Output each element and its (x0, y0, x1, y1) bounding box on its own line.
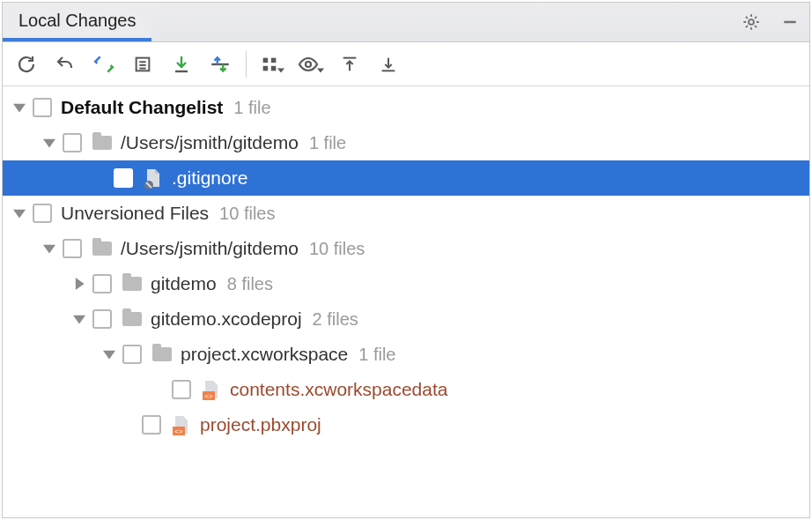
file-count: 10 files (219, 204, 275, 224)
commit-button[interactable] (163, 47, 200, 82)
collapse-icon (379, 55, 398, 74)
svg-marker-22 (43, 139, 55, 148)
svg-marker-16 (317, 68, 324, 72)
file-count: 10 files (309, 239, 365, 259)
refresh-button[interactable] (8, 47, 45, 82)
tab-spacer (151, 3, 732, 41)
folder-icon (121, 308, 144, 331)
svg-marker-27 (76, 278, 85, 290)
shelve-button[interactable] (202, 47, 239, 82)
checkbox[interactable] (114, 168, 133, 188)
file-count: 2 files (313, 309, 358, 330)
folder-name-label: project.xcworkspace (181, 344, 348, 365)
svg-rect-13 (271, 65, 277, 71)
disclosure-triangle[interactable] (40, 133, 59, 152)
folder-name-label: gitdemo (151, 273, 217, 294)
tree-row-folder[interactable]: /Users/jsmith/gitdemo 1 file (3, 125, 809, 160)
folder-path-label: /Users/jsmith/gitdemo (121, 132, 299, 153)
folder-icon (91, 237, 114, 260)
tab-local-changes[interactable]: Local Changes (3, 3, 151, 41)
tree-row-file[interactable]: <> contents.xcworkspacedata (3, 372, 809, 407)
file-count: 8 files (227, 274, 273, 294)
eye-icon (298, 54, 319, 75)
checkbox[interactable] (63, 133, 82, 152)
svg-marker-21 (13, 104, 26, 113)
list-icon (133, 55, 152, 74)
disclosure-triangle[interactable] (10, 204, 29, 223)
folder-name-label: gitdemo.xcodeproj (151, 308, 302, 330)
svg-rect-11 (271, 57, 277, 63)
folder-path-label: /Users/jsmith/gitdemo (121, 238, 299, 259)
commit-icon (171, 54, 192, 75)
file-name-label: project.pbxproj (200, 414, 321, 435)
checkbox[interactable] (142, 415, 161, 435)
svg-point-15 (306, 62, 311, 67)
checkbox[interactable] (172, 380, 191, 399)
tree-row-folder[interactable]: project.xcworkspace 1 file (3, 337, 809, 372)
chevron-down-icon (317, 67, 324, 74)
checkbox[interactable] (92, 274, 112, 293)
tree-row-folder[interactable]: gitdemo 8 files (3, 266, 809, 301)
svg-text:<>: <> (204, 392, 213, 400)
toolbar-separator (246, 51, 247, 78)
svg-marker-14 (277, 68, 284, 72)
tree-row-folder[interactable]: /Users/jsmith/gitdemo 10 files (3, 231, 809, 266)
refresh-icon (16, 54, 37, 75)
expand-icon (340, 55, 359, 74)
tree-row-folder[interactable]: gitdemo.xcodeproj 2 files (3, 301, 809, 337)
svg-marker-25 (13, 210, 26, 219)
svg-point-0 (749, 19, 754, 25)
svg-marker-29 (103, 351, 115, 360)
checkbox[interactable] (92, 309, 112, 329)
tab-bar: Local Changes (3, 3, 809, 42)
file-count: 1 file (233, 98, 270, 118)
disclosure-triangle[interactable] (40, 239, 59, 258)
disclosure-triangle[interactable] (10, 98, 29, 117)
collapse-all-button[interactable] (370, 47, 407, 82)
undo-icon (55, 54, 76, 75)
svg-marker-28 (73, 316, 85, 324)
xml-file-icon: <> (200, 378, 223, 401)
expand-all-button[interactable] (331, 47, 368, 82)
preview-button[interactable] (292, 47, 329, 82)
folder-icon (121, 272, 144, 295)
minimize-icon (781, 13, 799, 31)
file-name-label: .gitignore (172, 167, 247, 189)
disclosure-triangle[interactable] (100, 345, 119, 364)
tree-row-unversioned[interactable]: Unversioned Files 10 files (3, 196, 809, 231)
update-button[interactable] (85, 47, 122, 82)
disclosure-triangle[interactable] (70, 309, 89, 329)
vcs-local-changes-panel: Local Changes (2, 2, 810, 518)
file-count: 1 file (309, 133, 346, 153)
settings-button[interactable] (732, 3, 771, 41)
checkbox[interactable] (33, 98, 52, 117)
file-name-label: contents.xcworkspacedata (230, 379, 447, 400)
minimize-button[interactable] (771, 3, 809, 41)
checkbox[interactable] (63, 239, 82, 258)
tree-row-changelist[interactable]: Default Changelist 1 file (3, 90, 809, 125)
svg-rect-12 (263, 65, 269, 71)
chevron-down-icon (277, 67, 284, 74)
gear-icon (742, 12, 761, 32)
folder-icon (151, 343, 173, 366)
sync-icon (92, 53, 115, 76)
tree-row-file-selected[interactable]: .gitignore (3, 160, 809, 196)
svg-rect-10 (263, 57, 269, 63)
disclosure-triangle-collapsed[interactable] (70, 274, 89, 293)
group-icon (260, 55, 279, 74)
groupby-button[interactable] (254, 47, 291, 82)
svg-text:<>: <> (174, 427, 183, 435)
toolbar (3, 42, 809, 86)
xml-file-icon: <> (170, 413, 193, 436)
svg-marker-26 (43, 245, 55, 254)
tree-row-file[interactable]: <> project.pbxproj (3, 407, 809, 442)
checkbox[interactable] (122, 345, 142, 364)
file-icon (142, 167, 165, 189)
changes-tree[interactable]: Default Changelist 1 file /Users/jsmith/… (3, 86, 809, 517)
shelve-icon (209, 53, 232, 76)
rollback-button[interactable] (47, 47, 84, 82)
folder-icon (91, 131, 114, 154)
changelist-button[interactable] (124, 47, 161, 82)
file-count: 1 file (358, 345, 395, 365)
checkbox[interactable] (33, 204, 52, 223)
